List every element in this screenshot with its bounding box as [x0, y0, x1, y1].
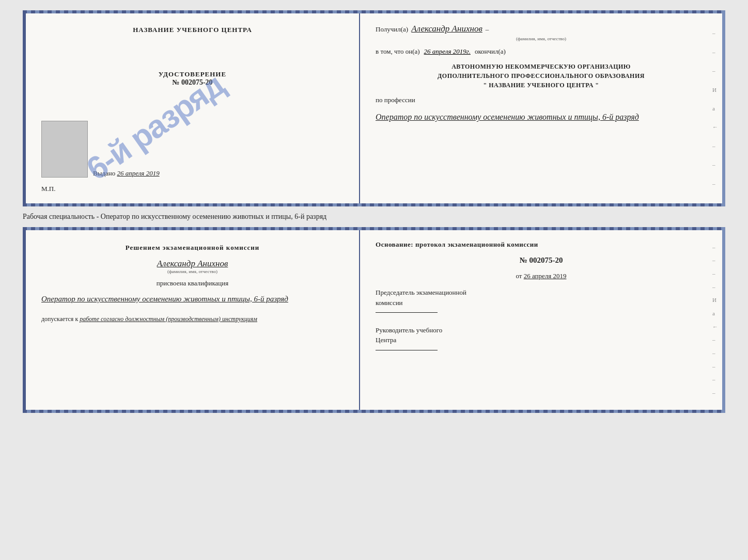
vydano-label: Выдано: [93, 169, 115, 177]
predsedatel-signature: [376, 312, 438, 313]
vydano-block: Выдано 26 апреля 2019: [93, 169, 160, 178]
ot-label: от: [516, 272, 522, 280]
dopuskaetsya-text: работе согласно должностным (производств…: [80, 315, 257, 323]
okончil-label: окончил(а): [475, 47, 506, 56]
udostoverenie-label: УДОСТОВЕРЕНИЕ: [159, 70, 226, 78]
dash1: –: [486, 25, 489, 34]
right-dashes-top: – – – И а ← – – –: [712, 13, 718, 203]
top-cert-left: НАЗВАНИЕ УЧЕБНОГО ЦЕНТРА 6-й разряд УДОС…: [26, 13, 360, 203]
cert-number-top: № 002075-20: [159, 78, 226, 87]
bottom-cert-left: Решением экзаменационной комиссии Алекса…: [26, 230, 360, 410]
bottom-certificate: Решением экзаменационной комиссии Алекса…: [23, 227, 725, 413]
right-dashes-bottom: – – – – И а ← – – – – –: [712, 230, 718, 410]
reshenie-text: Решением экзаменационной комиссии: [41, 243, 344, 253]
vtom-label: в том, что он(а): [376, 47, 420, 56]
document-container: НАЗВАНИЕ УЧЕБНОГО ЦЕНТРА 6-й разряд УДОС…: [23, 10, 725, 413]
vydano-date: 26 апреля 2019: [117, 169, 160, 177]
protocol-number-bottom: № 002075-20: [376, 256, 707, 265]
predsedatel-line1: Председатель экзаменационной: [376, 287, 707, 298]
fio-small-bottom: (фамилия, имя, отчество): [41, 269, 344, 274]
org-line2: ДОПОЛНИТЕЛЬНОГО ПРОФЕССИОНАЛЬНОГО ОБРАЗО…: [376, 71, 707, 81]
person-name-bottom: Александр Анихнов: [41, 259, 344, 269]
diagonal-stamp: 6-й разряд: [67, 39, 243, 203]
top-certificate: НАЗВАНИЕ УЧЕБНОГО ЦЕНТРА 6-й разряд УДОС…: [23, 10, 725, 206]
rukovoditel-line1: Руководитель учебного: [376, 325, 707, 335]
poluchil-name: Александр Анихнов: [411, 24, 482, 34]
prisvoena-text: присвоена квалификация: [41, 279, 344, 287]
middle-label: Рабочая специальность - Оператор по иску…: [23, 211, 326, 223]
predsedatel-line2: комиссии: [376, 298, 707, 308]
rukovoditel-line2: Центра: [376, 335, 707, 345]
org-block: АВТОНОМНУЮ НЕКОММЕРЧЕСКУЮ ОРГАНИЗАЦИЮ ДО…: [376, 62, 707, 90]
org-line1: АВТОНОМНУЮ НЕКОММЕРЧЕСКУЮ ОРГАНИЗАЦИЮ: [376, 62, 707, 71]
vtom-date: 26 апреля 2019г.: [424, 47, 471, 56]
osnovanie-text: Основание: протокол экзаменационной коми…: [376, 241, 707, 249]
po-professii-label: по профессии: [376, 96, 707, 104]
mp-label: М.П.: [41, 185, 55, 193]
qualification-text: Оператор по искусственному осеменению жи…: [41, 293, 344, 305]
org-line3: " НАЗВАНИЕ УЧЕБНОГО ЦЕНТРА ": [376, 81, 707, 90]
ot-date-bottom: от 26 апреля 2019: [376, 272, 707, 280]
profession-text-top: Оператор по искусственному осеменению жи…: [376, 110, 707, 124]
dopuskaetsya-label: допускается к: [41, 315, 78, 323]
top-cert-right: Получил(а) Александр Анихнов – (фамилия,…: [360, 13, 722, 203]
rukovoditel-signature: [376, 350, 438, 350]
fio-small-top: (фамилия, имя, отчество): [376, 36, 707, 41]
poluchil-label: Получил(а): [376, 25, 408, 34]
ot-date-value: 26 апреля 2019: [524, 272, 567, 280]
bottom-cert-right: Основание: протокол экзаменационной коми…: [360, 230, 722, 410]
school-name-top: НАЗВАНИЕ УЧЕБНОГО ЦЕНТРА: [133, 26, 252, 34]
dopuskaetsya-block: допускается к работе согласно должностны…: [41, 315, 344, 323]
photo-placeholder: [41, 121, 88, 178]
predsedatel-block: Председатель экзаменационной комиссии: [376, 287, 707, 318]
rukovoditel-block: Руководитель учебного Центра: [376, 325, 707, 356]
